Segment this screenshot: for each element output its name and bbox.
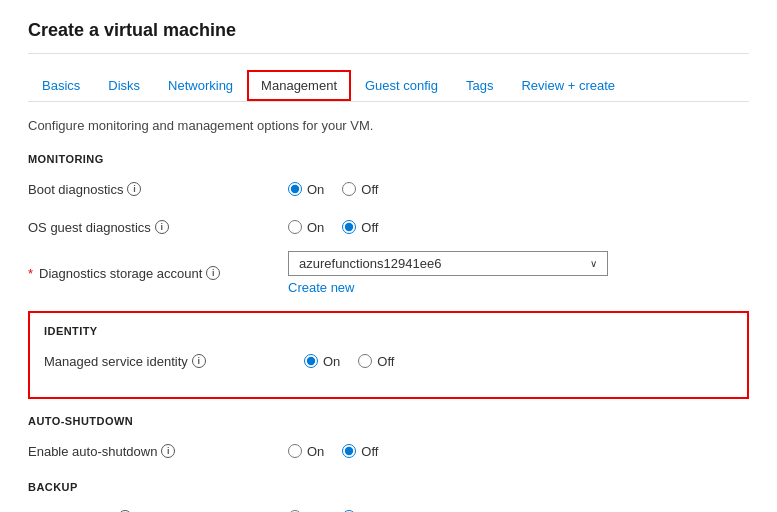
enable-auto-shutdown-label: Enable auto-shutdown i [28,444,288,459]
auto-shutdown-on-option[interactable]: On [288,444,324,459]
auto-shutdown-on-radio[interactable] [288,444,302,458]
enable-auto-shutdown-radio-group: On Off [288,444,378,459]
tab-networking[interactable]: Networking [154,70,247,101]
tab-guest-config[interactable]: Guest config [351,70,452,101]
diagnostics-storage-value: azurefunctions12941ee6 [299,256,441,271]
auto-shutdown-section: AUTO-SHUTDOWN Enable auto-shutdown i On … [28,415,749,465]
auto-shutdown-off-radio[interactable] [342,444,356,458]
diagnostics-storage-account-row: * Diagnostics storage account i azurefun… [28,251,749,295]
boot-diagnostics-on-option[interactable]: On [288,182,324,197]
diagnostics-storage-label: * Diagnostics storage account i [28,266,288,281]
tab-bar: Basics Disks Networking Management Guest… [28,70,749,102]
tab-management[interactable]: Management [247,70,351,101]
page-container: Create a virtual machine Basics Disks Ne… [0,0,777,512]
boot-diagnostics-radio-group: On Off [288,182,378,197]
os-guest-diagnostics-radio-group: On Off [288,220,378,235]
managed-service-identity-on-option[interactable]: On [304,354,340,369]
monitoring-section: MONITORING Boot diagnostics i On Off [28,153,749,295]
os-guest-diagnostics-off-option[interactable]: Off [342,220,378,235]
os-guest-diagnostics-info-icon[interactable]: i [155,220,169,234]
tab-review-create[interactable]: Review + create [507,70,629,101]
managed-service-identity-row: Managed service identity i On Off [44,347,733,375]
boot-diagnostics-on-radio[interactable] [288,182,302,196]
auto-shutdown-off-option[interactable]: Off [342,444,378,459]
managed-service-identity-off-option[interactable]: Off [358,354,394,369]
enable-auto-shutdown-info-icon[interactable]: i [161,444,175,458]
auto-shutdown-section-title: AUTO-SHUTDOWN [28,415,749,427]
backup-section-title: BACKUP [28,481,749,493]
tab-disks[interactable]: Disks [94,70,154,101]
identity-section-title: IDENTITY [44,325,733,337]
managed-service-identity-label: Managed service identity i [44,354,304,369]
managed-service-identity-off-radio[interactable] [358,354,372,368]
page-title: Create a virtual machine [28,20,749,54]
os-guest-diagnostics-on-radio[interactable] [288,220,302,234]
boot-diagnostics-info-icon[interactable]: i [127,182,141,196]
enable-backup-row: Enable backup i On Off [28,503,749,512]
monitoring-section-title: MONITORING [28,153,749,165]
tab-tags[interactable]: Tags [452,70,507,101]
managed-service-identity-info-icon[interactable]: i [192,354,206,368]
backup-section: BACKUP Enable backup i On Off [28,481,749,512]
identity-section: IDENTITY Managed service identity i On O… [28,311,749,399]
diagnostics-storage-info-icon[interactable]: i [206,266,220,280]
boot-diagnostics-off-radio[interactable] [342,182,356,196]
chevron-down-icon: ∨ [590,258,597,269]
section-description: Configure monitoring and management opti… [28,118,749,133]
os-guest-diagnostics-label: OS guest diagnostics i [28,220,288,235]
managed-service-identity-on-radio[interactable] [304,354,318,368]
boot-diagnostics-row: Boot diagnostics i On Off [28,175,749,203]
os-guest-diagnostics-on-option[interactable]: On [288,220,324,235]
os-guest-diagnostics-off-radio[interactable] [342,220,356,234]
managed-service-identity-radio-group: On Off [304,354,394,369]
create-new-link[interactable]: Create new [288,280,608,295]
enable-auto-shutdown-row: Enable auto-shutdown i On Off [28,437,749,465]
diagnostics-storage-dropdown[interactable]: azurefunctions12941ee6 ∨ [288,251,608,276]
boot-diagnostics-label: Boot diagnostics i [28,182,288,197]
os-guest-diagnostics-row: OS guest diagnostics i On Off [28,213,749,241]
tab-basics[interactable]: Basics [28,70,94,101]
boot-diagnostics-off-option[interactable]: Off [342,182,378,197]
diagnostics-storage-dropdown-container: azurefunctions12941ee6 ∨ Create new [288,251,608,295]
